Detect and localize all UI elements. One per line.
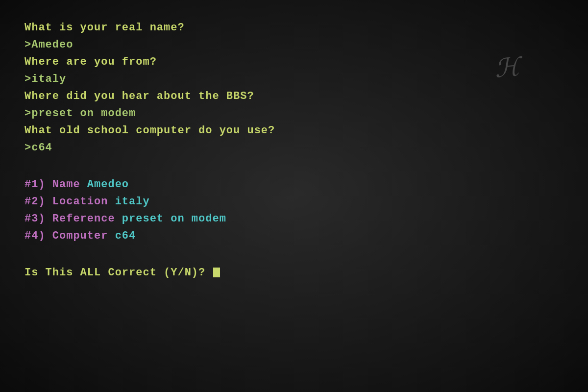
summary-row-2: #2) Location italy bbox=[24, 194, 564, 210]
summary-value-3: preset on modem bbox=[122, 211, 226, 227]
summary-label-1: Name bbox=[52, 176, 80, 193]
question-2: Where are you from? bbox=[24, 54, 564, 70]
question-3: Where did you hear about the BBS? bbox=[24, 88, 564, 104]
answer-2: >italy bbox=[24, 71, 564, 87]
confirm-line: Is This ALL Correct (Y/N)? bbox=[24, 265, 564, 281]
summary-row-1: #1) Name Amedeo bbox=[24, 176, 564, 193]
summary-number-1: #1) bbox=[24, 176, 46, 193]
question-1: What is your real name? bbox=[24, 20, 564, 36]
summary-number-4: #4) bbox=[24, 228, 46, 244]
cursor-block bbox=[213, 268, 220, 277]
answer-1: >Amedeo bbox=[24, 37, 564, 53]
answer-4: >c64 bbox=[24, 140, 564, 156]
summary-row-3: #3) Reference preset on modem bbox=[24, 211, 564, 227]
summary-value-1: Amedeo bbox=[87, 176, 129, 193]
summary-number-2: #2) bbox=[24, 194, 46, 210]
summary-label-2: Location bbox=[52, 194, 108, 210]
summary-label-3: Reference bbox=[52, 211, 115, 227]
summary-value-4: c64 bbox=[115, 228, 136, 244]
summary-value-2: italy bbox=[115, 194, 150, 210]
terminal-screen: ℋ What is your real name? >Amedeo Where … bbox=[0, 0, 588, 392]
answer-3: >preset on modem bbox=[24, 105, 564, 122]
summary-row-4: #4) Computer c64 bbox=[24, 228, 564, 244]
question-4: What old school computer do you use? bbox=[24, 122, 564, 139]
confirm-text: Is This ALL Correct (Y/N)? bbox=[24, 267, 205, 279]
summary-label-4: Computer bbox=[52, 228, 108, 244]
summary-number-3: #3) bbox=[24, 211, 46, 227]
